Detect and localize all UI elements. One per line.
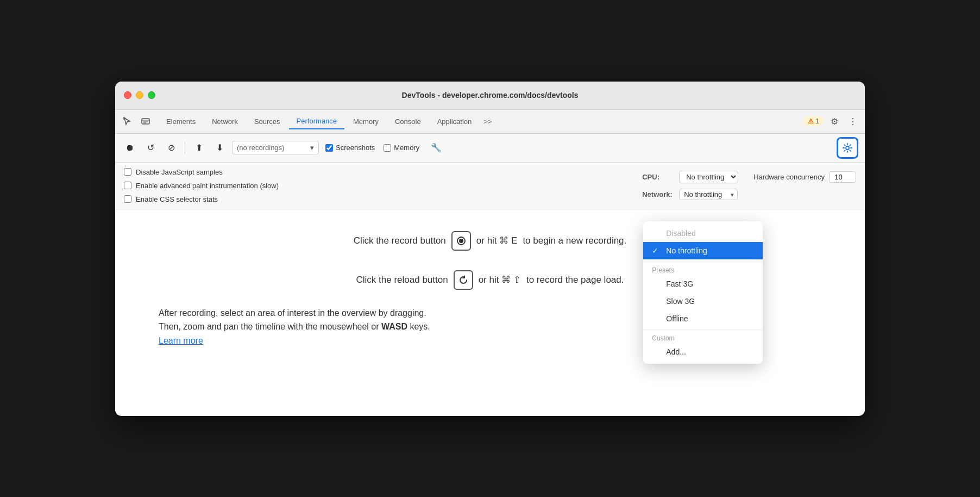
close-button[interactable]: [124, 91, 131, 99]
memory-checkbox-label[interactable]: Memory: [384, 144, 419, 152]
reload-record-button[interactable]: ↺: [142, 140, 159, 156]
advanced-paint-checkbox[interactable]: [124, 182, 131, 189]
devtools-more-button[interactable]: ⋮: [845, 114, 860, 129]
performance-toolbar: ⏺ ↺ ⊘ ⬆ ⬇ (no recordings) ▾ Screenshots …: [115, 134, 865, 163]
cpu-label: CPU:: [642, 173, 675, 181]
dropdown-separator-1: [643, 262, 763, 262]
title-bar: DevTools - developer.chrome.com/docs/dev…: [115, 82, 865, 110]
advanced-paint-label: Enable advanced paint instrumentation (s…: [136, 182, 279, 190]
disable-js-samples-label: Disable JavaScript samples: [136, 168, 223, 176]
hardware-concurrency-label: Hardware concurrency: [753, 173, 825, 181]
dropdown-item-slow3g[interactable]: Slow 3G: [643, 293, 763, 310]
tab-network[interactable]: Network: [204, 114, 246, 129]
record-shortcut-text: or hit ⌘ E: [476, 235, 518, 246]
tab-icons: [120, 114, 153, 129]
recording-select[interactable]: (no recordings) ▾: [232, 141, 319, 154]
notification-count: 1: [815, 117, 819, 125]
slow3g-label: Slow 3G: [666, 297, 695, 306]
tab-performance[interactable]: Performance: [289, 114, 344, 129]
minimize-button[interactable]: [136, 91, 143, 99]
more-tabs-button[interactable]: >>: [480, 115, 495, 128]
tab-elements[interactable]: Elements: [159, 114, 203, 129]
css-selector-stats-label: Enable CSS selector stats: [136, 195, 218, 203]
fast3g-label: Fast 3G: [666, 279, 693, 288]
reload-suffix-text: to record the page load.: [526, 275, 624, 285]
recording-select-value: (no recordings): [237, 144, 284, 152]
tab-sources[interactable]: Sources: [247, 114, 288, 129]
screenshots-label: Screenshots: [336, 144, 375, 152]
dropdown-item-fast3g[interactable]: Fast 3G: [643, 275, 763, 293]
learn-more-link[interactable]: Learn more: [159, 336, 203, 345]
reload-instruction-row: Click the reload button or hit ⌘ ⇧ to re…: [356, 270, 624, 290]
css-selector-stats-option: Enable CSS selector stats: [124, 195, 279, 203]
toolbar-divider-1: [185, 142, 185, 154]
record-instruction-row: Click the record button or hit ⌘ E to be…: [354, 231, 627, 251]
disable-js-samples-checkbox[interactable]: [124, 168, 131, 176]
reload-shortcut-text: or hit ⌘ ⇧: [479, 274, 521, 285]
devtools-settings-button[interactable]: ⚙: [827, 114, 842, 129]
devtools-window: DevTools - developer.chrome.com/docs/dev…: [115, 82, 865, 416]
cpu-throttle-select[interactable]: No throttling: [679, 171, 738, 183]
download-button[interactable]: ⬇: [211, 140, 228, 156]
dropdown-item-disabled: Disabled: [643, 225, 763, 242]
upload-button[interactable]: ⬆: [191, 140, 207, 156]
capture-settings-button[interactable]: [837, 137, 858, 159]
presets-group-label: Presets: [643, 264, 763, 275]
tab-memory[interactable]: Memory: [345, 114, 386, 129]
screenshots-checkbox[interactable]: [325, 144, 333, 152]
no-throttling-check: ✓: [652, 246, 661, 255]
cpu-throttle-option: CPU: No throttling Hardware concurrency: [642, 171, 856, 183]
warning-icon: ⚠: [808, 117, 814, 125]
svg-point-4: [459, 239, 463, 243]
network-label: Network:: [642, 190, 675, 198]
desc-line2-text: Then, zoom and pan the timeline with the…: [159, 322, 381, 331]
reload-btn-icon: [454, 270, 473, 290]
wasd-bold: WASD: [381, 322, 407, 331]
dropdown-item-offline[interactable]: Offline: [643, 310, 763, 327]
network-throttle-container: No throttling Disabled ✓ No throttling P…: [679, 189, 738, 200]
dropdown-item-add[interactable]: Add...: [643, 343, 763, 361]
clear-button[interactable]: ⊘: [163, 140, 179, 156]
record-button[interactable]: ⏺: [122, 140, 138, 156]
collect-garbage-button[interactable]: 🔧: [428, 140, 444, 156]
desc-line2-end: keys.: [407, 322, 430, 331]
record-btn-icon: [451, 231, 471, 251]
dropdown-separator-2: [643, 330, 763, 330]
recording-select-arrow-icon: ▾: [310, 144, 314, 152]
no-throttling-label: No throttling: [666, 246, 707, 255]
advanced-paint-option: Enable advanced paint instrumentation (s…: [124, 182, 279, 190]
offline-label: Offline: [666, 314, 688, 323]
options-row: Disable JavaScript samples Enable advanc…: [115, 163, 865, 209]
options-right: CPU: No throttling Hardware concurrency …: [642, 171, 856, 200]
hardware-concurrency-input[interactable]: [829, 171, 856, 183]
css-selector-stats-checkbox[interactable]: [124, 195, 131, 203]
disabled-label: Disabled: [666, 229, 695, 238]
cursor-icon[interactable]: [120, 114, 135, 129]
memory-checkbox[interactable]: [384, 144, 391, 152]
toolbar-right: [837, 137, 858, 159]
record-suffix-text: to begin a new recording.: [523, 235, 626, 246]
svg-point-2: [846, 146, 849, 150]
disable-js-samples-option: Disable JavaScript samples: [124, 168, 279, 176]
network-throttle-dropdown: Disabled ✓ No throttling Presets Fast 3G: [643, 221, 763, 364]
window-title: DevTools - developer.chrome.com/docs/dev…: [402, 91, 579, 100]
reload-instruction-text: Click the reload button: [356, 275, 448, 285]
notification-badge[interactable]: ⚠ 1: [803, 116, 824, 126]
network-throttle-option: Network: No throttling Disabled ✓ No thr…: [642, 189, 856, 200]
screenshots-checkbox-label[interactable]: Screenshots: [325, 144, 375, 152]
maximize-button[interactable]: [148, 91, 155, 99]
network-throttle-select[interactable]: No throttling: [679, 189, 738, 200]
options-left: Disable JavaScript samples Enable advanc…: [124, 168, 279, 203]
traffic-lights: [124, 91, 155, 99]
toolbar-checkboxes: Screenshots Memory 🔧: [325, 140, 444, 156]
tab-right-actions: ⚠ 1 ⚙ ⋮: [803, 114, 860, 129]
inspect-icon[interactable]: [138, 114, 153, 129]
tab-bar: Elements Network Sources Performance Mem…: [115, 110, 865, 134]
tab-application[interactable]: Application: [430, 114, 480, 129]
tab-console[interactable]: Console: [387, 114, 429, 129]
custom-group-label: Custom: [643, 332, 763, 343]
dropdown-item-no-throttling[interactable]: ✓ No throttling: [643, 242, 763, 259]
add-label: Add...: [666, 347, 686, 356]
memory-label: Memory: [394, 144, 419, 152]
record-instruction-text: Click the record button: [354, 235, 446, 246]
